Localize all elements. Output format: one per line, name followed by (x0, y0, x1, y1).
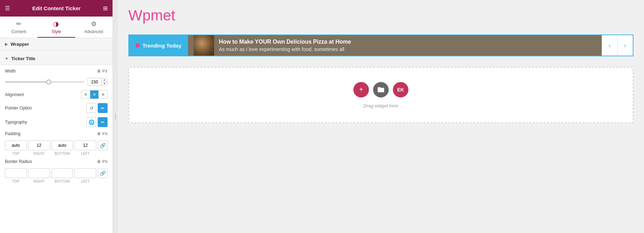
tab-advanced-label: Advanced (84, 29, 103, 34)
padding-link-btn[interactable]: 🔗 (98, 140, 108, 150)
ticker-text-block: How to Make YOUR Own Delicious Pizza at … (219, 39, 351, 52)
padding-top-label: TOP (5, 152, 27, 156)
br-link-btn[interactable]: 🔗 (98, 168, 108, 178)
align-center-btn[interactable]: ≡ (90, 90, 99, 99)
pointer-edit-btn[interactable]: ✏ (98, 103, 108, 113)
padding-labels: TOP RIGHT BOTTOM LEFT (5, 152, 108, 156)
br-unit[interactable]: PX (102, 159, 108, 164)
width-slider-row: ▲ ▼ (5, 78, 108, 86)
align-left-btn[interactable]: ≡ (81, 90, 90, 99)
padding-link-spacer (98, 152, 108, 156)
width-slider-thumb[interactable] (46, 80, 51, 84)
content-tab-icon: ✏ (16, 20, 22, 28)
padding-grid: 🔗 (5, 140, 108, 150)
resize-dot-3 (115, 118, 116, 119)
ticker-thumbnail (194, 35, 214, 56)
left-panel: ☰ Edit Content Ticker ⊞ ✏ Content ◑ Styl… (0, 0, 113, 233)
folder-widget-btn[interactable] (373, 82, 389, 97)
br-top-label: TOP (5, 180, 27, 183)
ticker-nav: ‹ › (602, 35, 633, 56)
resize-dot-2 (115, 116, 116, 117)
add-widget-btn[interactable]: + (353, 82, 369, 97)
ticker-text-title: How to Make YOUR Own Delicious Pizza at … (219, 39, 351, 45)
width-row: Width 🖥 PX (5, 69, 108, 74)
align-right-btn[interactable]: ≡ (99, 90, 107, 99)
wrapper-label: Wrapper (11, 42, 29, 47)
br-top-left-input[interactable] (5, 168, 27, 178)
padding-controls: 🖥 PX (97, 131, 108, 136)
alignment-row: Alignment ≡ ≡ ≡ (5, 90, 108, 99)
ticker-title-section-header[interactable]: ▼ Ticker Title (0, 52, 113, 65)
padding-label-row: Padding 🖥 PX (5, 131, 108, 136)
border-radius-controls: 🖥 PX (97, 159, 108, 164)
monitor-icon: 🖥 (97, 69, 101, 74)
border-radius-grid: 🔗 (5, 168, 108, 178)
ticker-title-label: Ticker Title (11, 56, 35, 61)
width-number-input[interactable]: ▲ ▼ (87, 78, 108, 86)
wrapper-arrow-icon: ▶ (5, 42, 8, 46)
pointer-option-controls: ↺ ✏ (86, 103, 108, 113)
tabs-row: ✏ Content ◑ Style ⚙ Advanced (0, 17, 113, 38)
br-link-spacer (98, 180, 108, 183)
padding-bottom-input[interactable] (51, 140, 73, 150)
tab-content[interactable]: ✏ Content (0, 17, 37, 38)
border-radius-label-row: Border Radius 🖥 PX (5, 159, 108, 164)
alignment-label: Alignment (5, 92, 24, 97)
pointer-reset-btn[interactable]: ↺ (86, 103, 96, 113)
width-number-arrows: ▲ ▼ (101, 78, 107, 86)
ticker-thumbnail-img (194, 35, 214, 56)
br-left-label: LEFT (74, 180, 96, 183)
width-slider-fill (5, 81, 49, 83)
folder-icon (377, 86, 385, 94)
br-top-right-input[interactable] (28, 168, 50, 178)
tab-advanced[interactable]: ⚙ Advanced (75, 17, 113, 38)
tab-content-label: Content (11, 29, 26, 34)
br-bottom-label: BOTTOM (51, 180, 73, 183)
ticker-next-btn[interactable]: › (617, 35, 633, 56)
br-bottom-right-input[interactable] (51, 168, 73, 178)
ticker-title-arrow-icon: ▼ (5, 57, 8, 61)
typography-edit-btn[interactable]: ✏ (98, 117, 108, 127)
tab-style[interactable]: ◑ Style (37, 17, 75, 38)
ticker-content: How to Make YOUR Own Delicious Pizza at … (188, 35, 602, 56)
typography-globe-btn[interactable]: 🌐 (86, 117, 96, 127)
width-label: Width (5, 69, 16, 74)
panel-body: ▶ Wrapper ▼ Ticker Title Width 🖥 PX (0, 38, 113, 233)
width-decrement[interactable]: ▼ (102, 82, 107, 86)
ticker-prev-btn[interactable]: ‹ (602, 35, 617, 56)
padding-right-input[interactable] (28, 140, 50, 150)
ek-widget-btn[interactable]: EK (393, 82, 408, 97)
panel-header: ☰ Edit Content Ticker ⊞ (0, 0, 113, 17)
br-bottom-left-input[interactable] (74, 168, 96, 178)
width-increment[interactable]: ▲ (102, 78, 107, 82)
padding-unit[interactable]: PX (102, 132, 108, 136)
drop-zone: + EK Drag widget here (128, 67, 633, 123)
ticker-label: Trending Today (129, 35, 188, 56)
width-unit[interactable]: PX (102, 69, 108, 73)
menu-icon[interactable]: ☰ (5, 5, 10, 12)
br-labels: TOP RIGHT BOTTOM LEFT (5, 180, 108, 183)
width-slider-track[interactable] (5, 81, 85, 83)
border-radius-label: Border Radius (5, 159, 32, 164)
right-area: Wpmet Trending Today How to Make YOUR Ow… (118, 0, 644, 233)
typography-row: Typography 🌐 ✏ (5, 117, 108, 127)
padding-right-label: RIGHT (28, 152, 50, 156)
padding-top-input[interactable] (5, 140, 27, 150)
style-tab-icon: ◑ (53, 20, 59, 28)
resize-handle[interactable] (113, 0, 118, 233)
br-right-label: RIGHT (28, 180, 50, 183)
padding-left-label: LEFT (74, 152, 96, 156)
pointer-option-label: Pointer Option (5, 106, 32, 111)
ticker-bar: Trending Today How to Make YOUR Own Deli… (128, 34, 633, 56)
width-value-input[interactable] (88, 78, 101, 86)
typography-controls: 🌐 ✏ (86, 117, 108, 127)
typography-label: Typography (5, 120, 27, 125)
grid-icon[interactable]: ⊞ (103, 5, 108, 12)
padding-monitor-icon: 🖥 (97, 131, 101, 136)
wrapper-section-header[interactable]: ▶ Wrapper (0, 38, 113, 51)
advanced-tab-icon: ⚙ (91, 20, 97, 28)
pointer-option-row: Pointer Option ↺ ✏ (5, 103, 108, 113)
ticker-label-text: Trending Today (142, 43, 182, 49)
drop-zone-buttons: + EK (353, 82, 408, 97)
padding-left-input[interactable] (74, 140, 96, 150)
